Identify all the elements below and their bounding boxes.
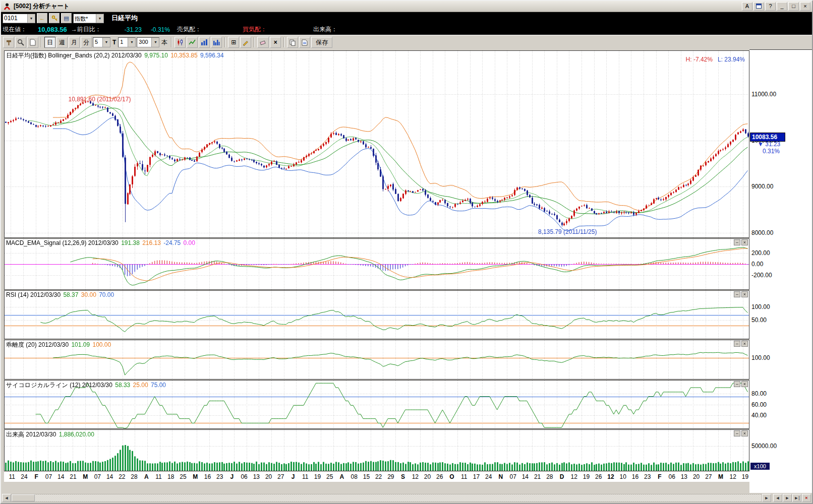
x-axis-label: 24 xyxy=(21,473,27,480)
panel-close-button[interactable]: × xyxy=(741,381,748,387)
separator xyxy=(283,37,284,47)
x-axis-label: 29 xyxy=(387,473,394,480)
panel-close-button[interactable]: × xyxy=(741,291,748,297)
rsi-canvas[interactable] xyxy=(5,291,749,339)
panel-close-button[interactable]: × xyxy=(741,430,748,436)
period-monthly-button[interactable]: 月 xyxy=(69,37,80,48)
x-axis-label: 26 xyxy=(436,473,443,480)
nav-latest-button[interactable]: ►| xyxy=(792,494,801,502)
x-axis-label: 19 xyxy=(583,473,590,480)
axis-label: 40.00 xyxy=(751,412,767,419)
panel-close-button[interactable]: × xyxy=(741,239,748,245)
panel-minimize-button[interactable]: – xyxy=(734,239,740,245)
legend-part: 101.09 xyxy=(71,341,91,348)
nav-prev-button[interactable]: ◄ xyxy=(773,494,782,502)
price-change-readout: ▼ 31.23 xyxy=(758,141,780,148)
x-axis-label: 21 xyxy=(70,473,76,480)
macd-canvas[interactable] xyxy=(5,239,749,289)
zoom-button[interactable] xyxy=(15,37,26,48)
eraser-button[interactable] xyxy=(257,37,269,48)
x-axis-label: O xyxy=(449,473,454,480)
period-weekly-button[interactable]: 週 xyxy=(56,37,68,48)
panel-close-button[interactable]: × xyxy=(741,341,748,347)
psych-panel-legend: サイコロジカルライン (12) 2012/03/30 58.33 25.00 7… xyxy=(6,381,167,390)
main-chart-canvas[interactable] xyxy=(5,51,749,237)
x-axis-label: 27 xyxy=(277,473,284,480)
x-axis-label: 10 xyxy=(620,473,626,480)
delete-drawing-button[interactable]: × xyxy=(270,37,281,48)
close-button[interactable]: × xyxy=(800,2,810,11)
key-icon xyxy=(51,15,57,21)
scroll-right-button[interactable]: ► xyxy=(762,494,771,502)
scroll-left-button[interactable]: ◄ xyxy=(2,494,11,502)
x-axis-label: 12 xyxy=(607,473,614,480)
x-axis-label: 08 xyxy=(351,473,357,480)
chevron-down-icon[interactable]: ▼ xyxy=(96,14,103,23)
tick-value: 1 xyxy=(119,38,128,47)
kairi-canvas[interactable] xyxy=(5,340,749,379)
copy-chart-button[interactable] xyxy=(287,37,298,48)
x-axis-label: 07 xyxy=(45,473,52,480)
symbol-code-input[interactable] xyxy=(3,14,27,23)
panel-minimize-button[interactable]: – xyxy=(734,291,740,297)
category-combo[interactable]: 指数* ▼ xyxy=(73,14,104,23)
symbol-code-combo[interactable]: ▼ xyxy=(3,14,35,23)
candlestick-style-button[interactable] xyxy=(175,37,186,48)
period-daily-button[interactable]: 日 xyxy=(44,37,55,48)
chevron-down-icon[interactable]: ▼ xyxy=(151,38,159,47)
line-chart-button[interactable] xyxy=(187,37,198,48)
minimize-button[interactable]: _ xyxy=(777,2,787,11)
register-button[interactable]: ▤ xyxy=(61,13,72,23)
x-axis-label: F xyxy=(35,473,38,480)
font-button[interactable]: A xyxy=(742,2,752,11)
legend-part: 58.33 xyxy=(115,382,132,389)
volume-canvas[interactable] xyxy=(5,430,749,471)
panel-minimize-button[interactable]: – xyxy=(734,381,740,387)
draw-button[interactable] xyxy=(240,37,251,48)
tick-select[interactable]: 1 ▼ xyxy=(118,37,136,47)
scrollbar-thumb[interactable] xyxy=(12,494,35,501)
layout-icon[interactable] xyxy=(753,2,764,11)
axis-label: 100.00 xyxy=(751,354,770,361)
x-axis-label: M xyxy=(83,473,88,480)
histogram-button[interactable] xyxy=(211,37,222,48)
x-axis-label: 13 xyxy=(681,473,687,480)
panel-minimize-button[interactable]: – xyxy=(734,341,740,347)
axis-label: 200.00 xyxy=(751,249,770,257)
export-button[interactable] xyxy=(299,37,310,48)
minute-select[interactable]: 5 ▼ xyxy=(93,37,110,47)
tool-button[interactable] xyxy=(3,37,14,48)
legend-part: 日経平均(指数) Bollinger_Bands (20,2) 2012/03/… xyxy=(6,52,143,59)
period-minute-button[interactable]: 分 xyxy=(81,37,92,48)
chevron-down-icon[interactable]: ▼ xyxy=(27,14,35,23)
chevron-down-icon[interactable]: ▼ xyxy=(128,38,135,47)
bar-chart-button[interactable] xyxy=(199,37,210,48)
help-button[interactable]: ? xyxy=(765,2,776,11)
bid-label: 買気配： xyxy=(243,25,267,34)
bars-select[interactable]: 300 ▼ xyxy=(137,37,159,47)
ask-label: 売気配： xyxy=(177,25,201,34)
quote-bar: 現在値： 10,083.56 →前日比： -31.23 -0.31% 売気配： … xyxy=(1,24,812,35)
legend-part: 75.00 xyxy=(151,382,166,389)
new-page-button[interactable] xyxy=(27,37,38,48)
x-axis-label: 28 xyxy=(546,473,553,480)
back-button[interactable]: ← xyxy=(37,13,47,23)
magnifier-icon xyxy=(17,39,24,46)
axis-label: 0.00 xyxy=(751,261,763,268)
save-button[interactable]: 保存 xyxy=(311,37,332,48)
eraser-icon xyxy=(259,39,267,46)
nav-next-button[interactable]: ► xyxy=(783,494,792,502)
axis-label: 9000.00 xyxy=(751,183,773,190)
scrollbar-track[interactable] xyxy=(11,494,762,502)
nav-close-button[interactable]: × xyxy=(802,494,811,502)
chevron-down-icon[interactable]: ▼ xyxy=(102,38,110,47)
panel-minimize-button[interactable]: – xyxy=(734,430,740,436)
legend-part: 100.00 xyxy=(92,341,111,348)
legend-part: 30.00 xyxy=(81,291,98,298)
tick-label: T xyxy=(112,39,116,46)
chart-nav-cluster: ◄ ► ►| × xyxy=(773,494,811,502)
x-axis-label: 11 xyxy=(9,473,15,480)
key-button[interactable] xyxy=(49,13,60,23)
grid-toggle-button[interactable]: ⊞ xyxy=(228,37,239,48)
maximize-button[interactable]: □ xyxy=(788,2,799,11)
